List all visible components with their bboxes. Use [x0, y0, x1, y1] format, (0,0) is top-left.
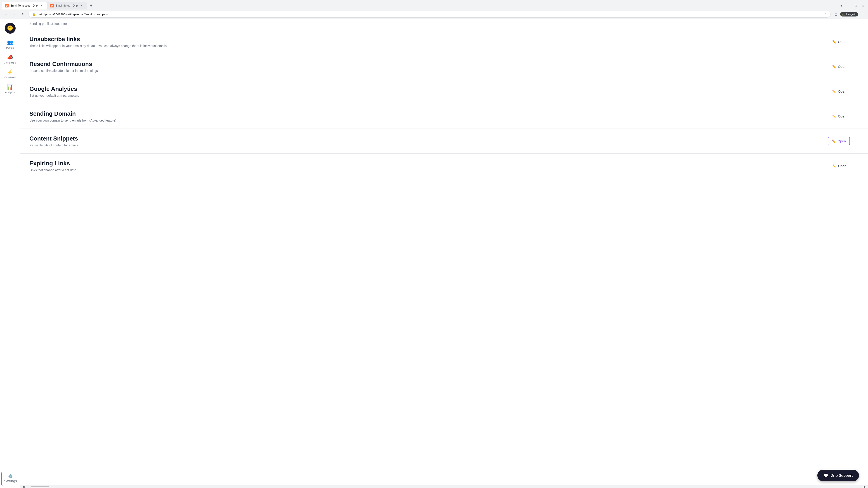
section-item-expiring: Expiring Links Links that change after a… — [20, 154, 868, 178]
sidebar-label-workflows: Workflows — [4, 76, 16, 79]
incognito-icon: 🥷 — [842, 13, 845, 16]
new-tab-button[interactable]: + — [88, 2, 94, 9]
workflows-icon: ⚡ — [7, 69, 13, 75]
browser-chrome: D Email Templates - Drip × D Email Setup… — [0, 0, 868, 19]
tab-email-setup[interactable]: D Email Setup - Drip × — [47, 2, 87, 9]
support-icon: 💬 — [824, 473, 828, 478]
section-desc-resend: Resend confirmation/double opt-in email … — [29, 69, 829, 72]
back-button[interactable]: ← — [3, 11, 9, 18]
section-item-domain: Sending Domain Use your own domain to se… — [20, 104, 868, 129]
tab-list-button[interactable]: ▼ — [838, 2, 844, 9]
section-open-analytics[interactable]: ✏️ Open — [829, 88, 850, 95]
scroll-right-button[interactable]: ▶ — [862, 485, 868, 488]
tab-email-templates[interactable]: D Email Templates - Drip × — [2, 2, 46, 9]
menu-button[interactable]: ⋮ — [859, 11, 865, 18]
tab-close-2[interactable]: × — [80, 4, 84, 8]
section-item-resend: Resend Confirmations Resend confirmation… — [20, 54, 868, 79]
scrollbar-thumb[interactable] — [31, 486, 49, 487]
sidebar-item-workflows[interactable]: ⚡ Workflows — [1, 67, 19, 81]
bookmark-icon[interactable]: ☆ — [824, 12, 827, 16]
browser-actions: ◻ 🥷 Incognito ⋮ — [833, 11, 865, 18]
analytics-icon: 📊 — [7, 84, 13, 90]
tab-close-1[interactable]: × — [39, 4, 43, 8]
action-label-expiring: Open — [838, 164, 846, 168]
tab-title-2: Email Setup - Drip — [56, 4, 78, 7]
drip-support-button[interactable]: 💬 Drip Support — [817, 470, 859, 481]
address-bar[interactable]: 🔒 getdrip.com/7641396/settings/email?sec… — [29, 11, 831, 18]
edit-icon-unsubscribe: ✏️ — [832, 40, 836, 43]
sidebar-item-campaigns[interactable]: 📣 Campaigns — [1, 52, 19, 66]
section-title-unsubscribe: Unsubscribe links — [29, 36, 829, 43]
section-title-snippets: Content Snippets — [29, 135, 828, 142]
sidebar-label-people: People — [6, 46, 14, 49]
sending-profile-label: Sending profile & footer text — [20, 19, 868, 29]
section-desc-unsubscribe: These links will appear in your emails b… — [29, 44, 829, 48]
scroll-left-button[interactable]: ◀ — [20, 485, 26, 488]
tab-bar: D Email Templates - Drip × D Email Setup… — [0, 0, 868, 9]
section-item-unsubscribe: Unsubscribe links These links will appea… — [20, 29, 868, 54]
section-title-analytics: Google Analytics — [29, 86, 829, 92]
restore-button[interactable]: □ — [852, 2, 859, 9]
main-content: Sending profile & footer text Unsubscrib… — [20, 19, 868, 488]
section-open-snippets[interactable]: ✏️ Open — [828, 137, 850, 145]
section-open-resend[interactable]: ✏️ Open — [829, 63, 850, 70]
action-label-domain: Open — [838, 114, 846, 118]
section-info-snippets: Content Snippets Reusable bits of conten… — [29, 135, 828, 147]
sidebar-label-analytics: Analytics — [5, 91, 15, 94]
section-title-domain: Sending Domain — [29, 110, 829, 117]
sidebar-item-settings[interactable]: ⚙️ Settings — [1, 472, 19, 486]
section-info-expiring: Expiring Links Links that change after a… — [29, 160, 829, 172]
campaigns-icon: 📣 — [7, 55, 13, 60]
section-open-expiring[interactable]: ✏️ Open — [829, 162, 850, 170]
address-text: getdrip.com/7641396/settings/email?secti… — [38, 13, 822, 16]
sidebar-label-campaigns: Campaigns — [4, 61, 17, 64]
action-label-resend: Open — [838, 65, 846, 68]
address-bar-row: ← → ↻ 🔒 getdrip.com/7641396/settings/ema… — [0, 9, 868, 19]
section-desc-expiring: Links that change after a set date — [29, 168, 829, 172]
section-title-expiring: Expiring Links — [29, 160, 829, 167]
section-desc-domain: Use your own domain to send emails from … — [29, 119, 829, 122]
logo-icon: 🙂 — [7, 25, 13, 31]
section-info-domain: Sending Domain Use your own domain to se… — [29, 110, 829, 122]
people-icon: 👥 — [7, 39, 13, 45]
edit-icon-expiring: ✏️ — [832, 164, 836, 168]
section-desc-snippets: Reusable bits of content for emails — [29, 143, 828, 147]
refresh-button[interactable]: ↻ — [20, 11, 26, 18]
incognito-label: Incognito — [846, 13, 856, 15]
edit-icon-resend: ✏️ — [832, 65, 836, 68]
sections-list: Unsubscribe links These links will appea… — [20, 29, 868, 178]
support-label: Drip Support — [831, 474, 852, 478]
section-title-resend: Resend Confirmations — [29, 61, 829, 68]
cast-button[interactable]: ◻ — [833, 11, 839, 18]
section-info-analytics: Google Analytics Set up your default utm… — [29, 86, 829, 97]
edit-icon-snippets: ✏️ — [832, 139, 836, 143]
tab-favicon-1: D — [5, 4, 8, 7]
action-label-unsubscribe: Open — [838, 40, 846, 43]
section-item-analytics: Google Analytics Set up your default utm… — [20, 79, 868, 104]
sidebar-label-settings: Settings — [4, 479, 17, 483]
action-label-snippets: Open — [837, 139, 846, 143]
action-label-analytics: Open — [838, 90, 846, 93]
minimize-button[interactable]: – — [845, 2, 852, 9]
edit-icon-analytics: ✏️ — [832, 90, 836, 93]
sidebar-item-analytics[interactable]: 📊 Analytics — [1, 82, 19, 96]
section-open-unsubscribe[interactable]: ✏️ Open — [829, 38, 850, 45]
section-item-snippets: Content Snippets Reusable bits of conten… — [20, 129, 868, 154]
app-container: 🙂 👥 People 📣 Campaigns ⚡ Workflows 📊 Ana… — [0, 19, 868, 488]
tab-favicon-2: D — [50, 4, 54, 7]
section-info-resend: Resend Confirmations Resend confirmation… — [29, 61, 829, 72]
incognito-badge: 🥷 Incognito — [840, 12, 858, 17]
close-window-button[interactable]: ✕ — [860, 2, 866, 9]
tab-title-1: Email Templates - Drip — [10, 4, 37, 7]
app-logo[interactable]: 🙂 — [5, 23, 16, 34]
section-desc-analytics: Set up your default utm parameters — [29, 94, 829, 97]
forward-button[interactable]: → — [11, 11, 18, 18]
section-open-domain[interactable]: ✏️ Open — [829, 112, 850, 120]
settings-icon: ⚙️ — [8, 474, 13, 478]
bottom-scrollbar[interactable]: ◀ ▶ — [20, 485, 868, 488]
edit-icon-domain: ✏️ — [832, 115, 836, 118]
sidebar-item-people[interactable]: 👥 People — [1, 37, 19, 51]
sidebar: 🙂 👥 People 📣 Campaigns ⚡ Workflows 📊 Ana… — [0, 19, 20, 488]
lock-icon: 🔒 — [32, 13, 36, 16]
section-info-unsubscribe: Unsubscribe links These links will appea… — [29, 36, 829, 48]
